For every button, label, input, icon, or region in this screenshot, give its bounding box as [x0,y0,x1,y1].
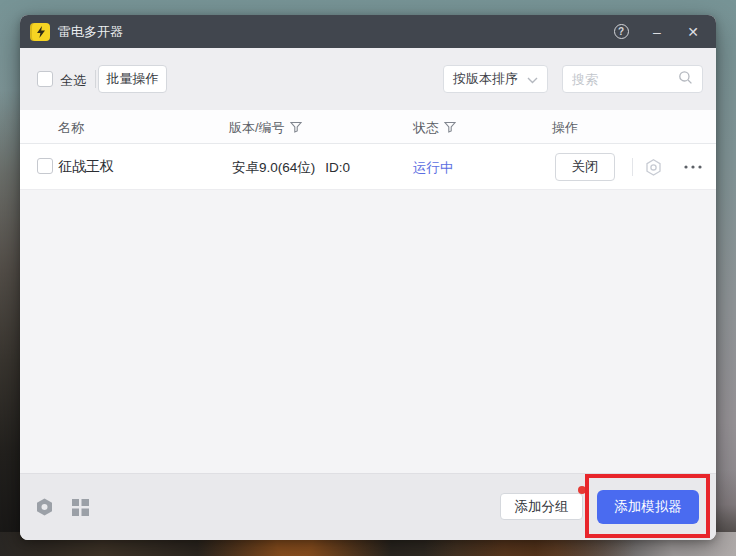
footer-bar: 添加分组 添加模拟器 [20,473,716,540]
column-header-action: 操作 [552,119,578,137]
grid-layout-icon[interactable] [69,496,91,518]
sort-dropdown[interactable]: 按版本排序 [443,65,548,93]
add-group-button[interactable]: 添加分组 [500,493,583,520]
column-header-status: 状态 [413,119,456,137]
row-checkbox[interactable] [37,158,53,174]
settings-gear-icon[interactable] [33,496,55,518]
batch-operations-button[interactable]: 批量操作 [98,65,167,93]
search-input[interactable] [572,72,678,87]
help-icon: ? [614,24,629,39]
emulator-version: 安卓9.0(64位)ID:0 [232,159,350,177]
close-instance-button[interactable]: 关闭 [555,153,615,181]
search-box [562,65,703,93]
empty-list-area [20,190,716,473]
funnel-icon[interactable] [444,121,456,136]
titlebar[interactable]: 雷电多开器 ? – ✕ [20,15,716,48]
search-icon[interactable] [678,70,693,89]
instance-settings-gear-icon[interactable] [643,157,663,177]
sort-dropdown-value: 按版本排序 [453,70,518,88]
app-window: 雷电多开器 ? – ✕ 全选 批量操作 按版本排序 [20,15,716,540]
app-lightning-icon [32,23,50,41]
close-button[interactable]: ✕ [682,21,704,43]
row-action-divider [632,158,633,176]
add-emulator-button[interactable]: 添加模拟器 [597,490,699,524]
emulator-row[interactable]: 征战王权 安卓9.0(64位)ID:0 运行中 关闭 [20,144,716,190]
wallpaper-rocks-left [0,90,20,556]
notification-dot [578,486,586,494]
more-options-ellipsis-icon[interactable] [680,157,706,177]
select-all-label[interactable]: 全选 [60,72,86,90]
close-icon: ✕ [687,24,699,40]
funnel-icon[interactable] [290,121,302,136]
status-badge: 运行中 [413,159,454,177]
emulator-name: 征战王权 [58,158,114,176]
select-all-checkbox[interactable] [37,71,53,87]
chevron-down-icon [527,70,538,88]
column-header-name: 名称 [58,119,84,137]
help-button[interactable]: ? [610,21,632,43]
window-title: 雷电多开器 [58,23,123,41]
column-header-version: 版本/编号 [229,119,302,137]
toolbar: 全选 批量操作 按版本排序 [20,48,716,110]
table-header: 名称 版本/编号 状态 操作 [20,110,716,144]
toolbar-divider [95,70,96,88]
minimize-button[interactable]: – [646,21,668,43]
minimize-icon: – [653,24,661,40]
emulator-id: ID:0 [325,160,350,175]
